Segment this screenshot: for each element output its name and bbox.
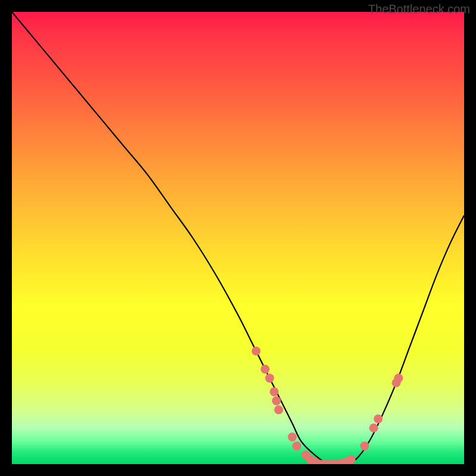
watermark-text: TheBottleneck.com bbox=[368, 2, 470, 16]
data-marker bbox=[360, 441, 369, 450]
data-marker bbox=[270, 387, 278, 396]
data-marker bbox=[374, 415, 383, 424]
data-marker bbox=[274, 405, 283, 414]
data-marker bbox=[394, 374, 403, 383]
data-marker bbox=[347, 455, 356, 464]
data-marker bbox=[292, 441, 301, 450]
bottleneck-curve-line bbox=[12, 12, 464, 464]
data-markers-group bbox=[252, 347, 403, 465]
data-marker bbox=[265, 374, 274, 383]
data-marker bbox=[252, 347, 261, 356]
data-marker bbox=[272, 396, 281, 405]
chart-plot-area bbox=[12, 12, 464, 464]
bottleneck-chart-svg bbox=[12, 12, 464, 464]
data-marker bbox=[288, 433, 297, 441]
data-marker bbox=[261, 365, 270, 374]
data-marker bbox=[369, 424, 378, 433]
